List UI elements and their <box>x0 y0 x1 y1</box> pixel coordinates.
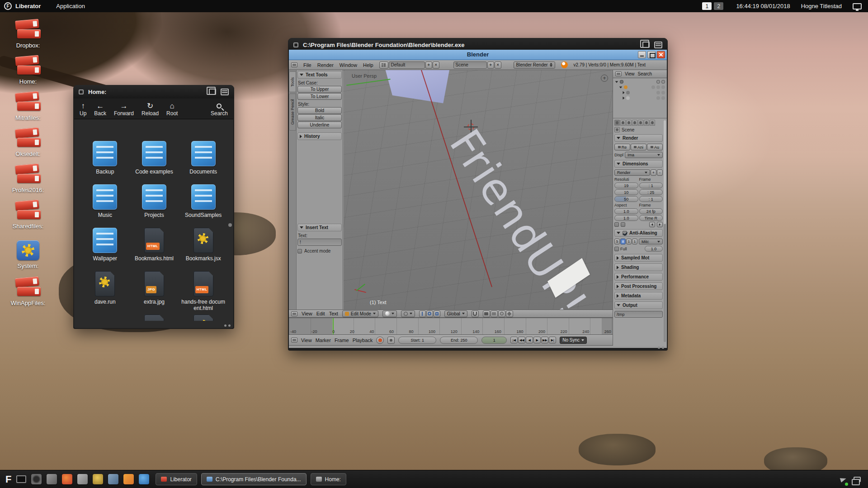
desktop-icon-system[interactable]: System: <box>1 240 55 269</box>
file-item-partial[interactable] <box>179 314 228 321</box>
panel-output[interactable]: Output <box>614 301 663 309</box>
render-button[interactable]: Re <box>614 144 630 150</box>
dock-app-icon-7[interactable] <box>123 474 134 484</box>
orientation-dropdown[interactable]: Global <box>444 310 467 317</box>
resolution-y-field[interactable]: 10 <box>614 189 638 195</box>
outliner-row[interactable] <box>613 90 666 95</box>
manipulator-rotate-button[interactable] <box>426 310 433 317</box>
current-frame-field[interactable]: 1 <box>481 337 507 344</box>
manipulator-scale-button[interactable] <box>434 310 440 317</box>
insert-text-field[interactable]: ! <box>297 239 342 246</box>
render-opengl-button[interactable] <box>483 310 490 317</box>
file-item[interactable]: Documents <box>179 141 228 184</box>
file-item[interactable]: Code examples <box>130 141 179 184</box>
timeline-ruler[interactable]: -40-200204060801001201401601802002202402… <box>289 318 613 334</box>
editor-type-icon[interactable] <box>615 71 622 76</box>
tab-scene-icon[interactable] <box>626 120 632 126</box>
back-button[interactable]: ←Back <box>94 102 106 117</box>
to-upper-button[interactable]: To Upper <box>297 86 342 93</box>
outliner-row[interactable] <box>613 84 666 90</box>
desktop-icon-mitrafiles[interactable]: Mitrafiles: <box>1 92 55 121</box>
frame-end-field[interactable]: End:250 <box>440 337 478 344</box>
render-engine-dropdown[interactable]: Blender Render <box>514 61 555 69</box>
desktop-icon-sharedfiles[interactable]: Sharedfiles: <box>1 201 55 230</box>
scrollbar-thumb[interactable] <box>664 120 666 224</box>
desktop-icon-profes2016[interactable]: Profes2016: <box>1 164 55 193</box>
menu-file[interactable]: File <box>303 62 311 68</box>
panel-dimensions[interactable]: Dimensions <box>614 160 663 168</box>
panel-post-processing[interactable]: Post Processing <box>614 282 663 290</box>
aspect-y-field[interactable]: 1.0 <box>614 215 638 221</box>
reload-button[interactable]: ↻Reload <box>142 102 159 117</box>
desktop-icon-oksedelt[interactable]: Oksedelt: <box>1 128 55 157</box>
file-item[interactable]: HTMLhands-free document.html <box>179 271 228 314</box>
dock-app-icon-4[interactable] <box>77 474 88 484</box>
desktop-icon-winappfiles[interactable]: WinAppFiles: <box>1 277 55 306</box>
add-scene-button[interactable]: + <box>487 61 494 69</box>
outliner-row[interactable] <box>613 79 666 84</box>
proportional-edit-button[interactable] <box>498 310 505 317</box>
file-item[interactable]: JPGextra.jpg <box>130 271 179 314</box>
friend-logo-icon[interactable]: F <box>4 2 12 10</box>
file-item[interactable]: Music <box>80 184 130 228</box>
panel-text-tools[interactable]: Text Tools <box>297 71 342 79</box>
file-item[interactable]: Projects <box>130 184 179 228</box>
file-item[interactable]: Wallpaper <box>80 228 130 271</box>
desktop-icon-dropbox[interactable]: Dropbox: <box>1 20 55 49</box>
full-sample-checkbox[interactable] <box>614 247 619 251</box>
frame-step-field[interactable]: : 1 <box>639 196 663 202</box>
screen-layout-icon[interactable] <box>379 61 388 69</box>
tab-render-layers-icon[interactable] <box>620 120 626 126</box>
tab-render-icon[interactable] <box>614 120 620 126</box>
window-clone-icon[interactable] <box>642 42 650 48</box>
tab-object-icon[interactable] <box>638 120 643 126</box>
dock-app-icon-5[interactable] <box>93 474 103 484</box>
aa-samples-8-button[interactable]: 8 <box>620 239 626 244</box>
file-item[interactable]: dave.run <box>80 271 130 314</box>
dock-app-icon-3[interactable] <box>62 474 72 484</box>
dock-app-icon-8[interactable] <box>139 474 149 484</box>
viewport-3d[interactable]: FriendUP! User Persp (1) Text + <box>344 70 613 310</box>
display-mode-dropdown[interactable]: Ima <box>625 152 663 158</box>
desktop-icon-home[interactable]: Home: <box>1 56 55 85</box>
aa-samples-5-button[interactable]: 5 <box>614 239 620 244</box>
render-preset-dropdown[interactable]: Render <box>614 169 650 176</box>
outliner-menu-search[interactable]: Search <box>638 71 652 76</box>
search-button[interactable]: Search <box>211 102 228 117</box>
forward-button[interactable]: →Forward <box>114 102 134 117</box>
editor-type-icon[interactable] <box>291 311 297 316</box>
panel-sampled-motion-blur[interactable]: Sampled Mot <box>614 254 663 262</box>
share-tray-icon[interactable] <box>840 476 847 483</box>
file-item[interactable]: HTMLBookmarks.html <box>130 228 179 271</box>
sync-mode-dropdown[interactable]: No Sync <box>560 337 587 344</box>
window-menu-icon[interactable] <box>293 42 298 47</box>
frame-nav-back-button[interactable] <box>649 222 655 227</box>
anti-aliasing-checkbox[interactable] <box>623 231 627 235</box>
play-button[interactable]: ▶ <box>533 337 541 343</box>
tab-data-icon[interactable] <box>650 120 655 126</box>
panel-history[interactable]: History <box>297 132 342 140</box>
root-button[interactable]: ⌂Root <box>166 102 178 117</box>
to-lower-button[interactable]: To Lower <box>297 93 342 100</box>
autokey-button[interactable] <box>387 337 395 344</box>
jump-to-end-button[interactable]: ▶| <box>549 337 556 343</box>
workspace-1-button[interactable]: 1 <box>702 2 712 10</box>
scene-field[interactable]: Scene <box>453 61 487 69</box>
aspect-x-field[interactable]: 1.0 <box>614 208 638 214</box>
panel-render[interactable]: Render <box>614 134 663 142</box>
panel-insert-text[interactable]: Insert Text <box>297 224 342 231</box>
add-preset-button[interactable]: + <box>651 169 656 176</box>
viewport-menu-view[interactable]: View <box>302 311 312 316</box>
dock-app-icon-6[interactable] <box>108 474 118 484</box>
outliner-menu-view[interactable]: View <box>625 71 635 76</box>
tab-grease-pencil[interactable]: Grease Pencil <box>289 94 296 131</box>
workspace-2-button[interactable]: 2 <box>714 2 723 10</box>
dock-app-icon-1[interactable] <box>31 474 42 484</box>
render-opengl-anim-button[interactable] <box>491 310 498 317</box>
scrollbar-thumb[interactable] <box>228 223 232 227</box>
taskbar-task-home[interactable]: Home: <box>311 473 346 485</box>
timeline-menu-marker[interactable]: Marker <box>316 338 331 343</box>
panel-anti-aliasing[interactable]: Anti-Aliasing <box>614 229 663 237</box>
resize-handle[interactable] <box>224 324 231 327</box>
close-scene-button[interactable]: × <box>495 61 501 69</box>
